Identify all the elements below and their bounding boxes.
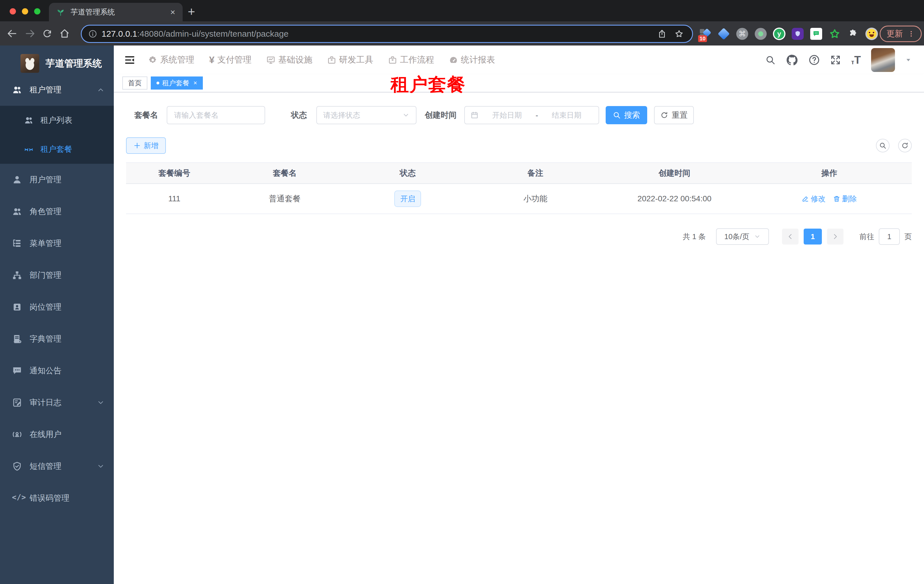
url-bar[interactable]: 127.0.0.1:48080/admin-ui/system/tenant/p…	[81, 25, 693, 43]
col-header-package-id: 套餐编号	[126, 168, 223, 179]
github-icon[interactable]	[786, 54, 798, 66]
user-avatar[interactable]	[871, 48, 895, 72]
chevron-down-icon	[97, 462, 105, 470]
org-chart-icon	[12, 270, 22, 280]
extension-command-icon[interactable]: ⌘	[736, 27, 749, 40]
sidebar-item-error-code[interactable]: </> 错误码管理	[0, 482, 114, 514]
reset-button[interactable]: 重置	[654, 106, 694, 124]
browser-tab[interactable]: 芋道管理系统 ×	[49, 3, 183, 21]
goto-label: 前往	[860, 232, 874, 242]
url-text[interactable]: 127.0.0.1:48080/admin-ui/system/tenant/p…	[102, 29, 657, 39]
fullscreen-icon[interactable]	[830, 54, 841, 66]
status-badge: 开启	[394, 191, 421, 207]
cell-package-name: 普通套餐	[223, 193, 347, 204]
search-button[interactable]: 搜索	[606, 106, 647, 124]
sidebar-item-tenant-package[interactable]: 租户套餐	[0, 135, 114, 164]
home-icon[interactable]	[59, 28, 70, 39]
close-window-button[interactable]	[10, 8, 16, 15]
sidebar-item-sms-management[interactable]: 短信管理	[0, 451, 114, 482]
sidebar-item-menu-management[interactable]: 菜单管理	[0, 227, 114, 259]
sidebar-item-role-management[interactable]: 角色管理	[0, 196, 114, 227]
extension-star-icon[interactable]	[828, 27, 841, 40]
caret-down-icon[interactable]	[905, 57, 911, 63]
minimize-window-button[interactable]	[22, 8, 28, 15]
collapse-sidebar-icon[interactable]	[124, 54, 136, 66]
refresh-icon	[660, 111, 668, 119]
extension-gem-icon[interactable]	[717, 27, 730, 40]
add-button[interactable]: 新增	[126, 137, 166, 154]
end-date-placeholder[interactable]: 结束日期	[540, 110, 593, 120]
date-range-picker[interactable]: 开始日期 - 结束日期	[464, 106, 599, 124]
forward-icon[interactable]	[25, 28, 35, 39]
page-number-1[interactable]: 1	[804, 229, 822, 245]
sidebar-item-post-management[interactable]: 岗位管理	[0, 291, 114, 323]
sidebar-item-notice[interactable]: 通知公告	[0, 355, 114, 387]
reload-icon[interactable]	[42, 28, 52, 39]
back-icon[interactable]	[7, 28, 18, 39]
tab-close-icon[interactable]: ×	[170, 8, 175, 16]
prev-page-button[interactable]	[782, 229, 799, 245]
pagination-total: 共 1 条	[683, 232, 706, 242]
refresh-table-button[interactable]	[898, 139, 912, 152]
top-nav-payment[interactable]: ¥ 支付管理	[209, 54, 251, 66]
status-select[interactable]: 请选择状态	[316, 106, 416, 124]
edit-link[interactable]: 修改	[802, 194, 825, 204]
next-page-button[interactable]	[827, 229, 843, 245]
active-tag-dot	[157, 82, 159, 84]
sidebar-item-online-users[interactable]: 在线用户	[0, 418, 114, 451]
app-header: 系统管理 ¥ 支付管理 基础设施 研发工具 工作流程 统计报表 тT	[114, 46, 924, 74]
font-size-icon[interactable]: тT	[851, 54, 861, 66]
sidebar-item-dept-management[interactable]: 部门管理	[0, 259, 114, 291]
online-user-icon	[12, 429, 22, 439]
extension-tabs-icon[interactable]: 10	[699, 27, 712, 40]
top-nav-dev-tools[interactable]: 研发工具	[327, 54, 373, 66]
top-nav-workflow[interactable]: 工作流程	[388, 54, 434, 66]
user-icon	[12, 174, 22, 185]
users-icon	[12, 85, 22, 95]
extension-badge: 10	[698, 35, 707, 42]
share-icon[interactable]	[657, 29, 667, 38]
tag-home[interactable]: 首页	[122, 76, 147, 90]
profile-emoji-avatar[interactable]	[865, 27, 878, 40]
new-tab-button[interactable]: +	[188, 5, 195, 19]
sidebar-item-tenant-management[interactable]: 租户管理	[0, 74, 114, 106]
browser-update-button[interactable]: 更新	[879, 26, 922, 42]
cell-actions: 修改 删除	[747, 194, 912, 204]
top-nav-system[interactable]: 系统管理	[148, 54, 194, 66]
users-icon	[24, 115, 33, 125]
zoom-window-button[interactable]	[34, 8, 40, 15]
goto-page-input[interactable]	[879, 228, 900, 245]
tag-tenant-package[interactable]: 租户套餐 ×	[151, 76, 203, 90]
sidebar-item-dict-management[interactable]: 字典管理	[0, 323, 114, 355]
cell-remark: 小功能	[469, 193, 602, 204]
show-search-toggle-button[interactable]	[876, 139, 889, 152]
col-header-actions: 操作	[747, 168, 912, 179]
top-nav-infrastructure[interactable]: 基础设施	[266, 54, 312, 66]
package-name-input[interactable]	[167, 111, 264, 120]
page-size-select[interactable]: 10条/页	[716, 228, 769, 245]
search-icon[interactable]	[765, 55, 776, 65]
window-controls	[10, 8, 40, 15]
top-nav-report[interactable]: 统计报表	[449, 54, 495, 66]
site-info-icon[interactable]	[89, 30, 97, 38]
col-header-created: 创建时间	[602, 168, 747, 179]
briefcase-icon	[388, 56, 397, 64]
extension-shield-icon[interactable]	[791, 27, 804, 40]
status-placeholder: 请选择状态	[323, 110, 360, 120]
extensions-puzzle-icon[interactable]	[846, 27, 860, 40]
extension-y-icon[interactable]: y	[773, 27, 786, 40]
sidebar-item-tenant-list[interactable]: 租户列表	[0, 106, 114, 135]
sidebar-item-user-management[interactable]: 用户管理	[0, 164, 114, 196]
extension-chat-icon[interactable]	[810, 27, 823, 40]
delete-link[interactable]: 删除	[833, 194, 857, 204]
bookmark-star-icon[interactable]	[675, 29, 684, 38]
extension-record-icon[interactable]	[754, 27, 767, 40]
app-title: 芋道管理系统	[46, 57, 102, 70]
sidebar-item-audit-log[interactable]: 审计日志	[0, 387, 114, 418]
shield-check-icon	[12, 461, 22, 471]
start-date-placeholder[interactable]: 开始日期	[481, 110, 533, 120]
tag-close-icon[interactable]: ×	[193, 79, 197, 87]
sidebar-logo-row[interactable]: 芋道管理系统	[0, 46, 114, 77]
help-icon[interactable]	[808, 54, 820, 66]
browser-menu-kebab-icon[interactable]	[908, 30, 915, 38]
